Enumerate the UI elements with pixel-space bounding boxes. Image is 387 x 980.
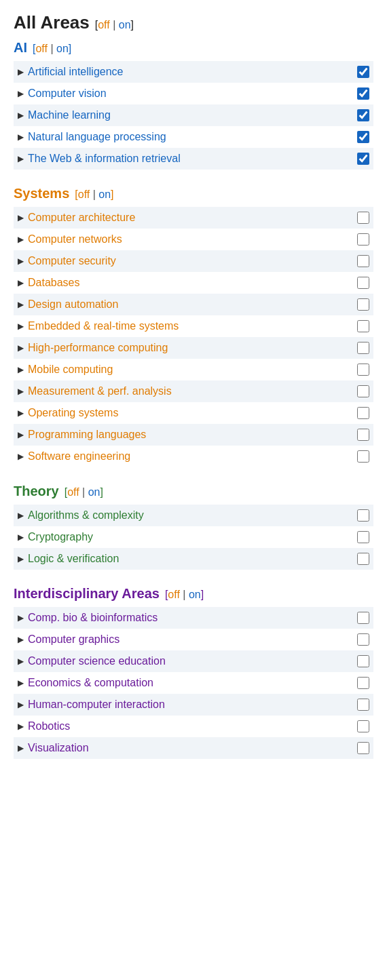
list-item: ▶Economics & computation — [14, 672, 373, 694]
expand-arrow-icon[interactable]: ▶ — [18, 656, 24, 666]
all-areas-toggle-off[interactable]: off — [98, 19, 110, 31]
page-title: All Areas — [14, 12, 90, 33]
expand-arrow-icon[interactable]: ▶ — [18, 235, 24, 244]
expand-arrow-icon[interactable]: ▶ — [18, 678, 24, 688]
item-label-systems-10[interactable]: Programming languages — [28, 429, 146, 441]
item-checkbox-systems-8[interactable] — [357, 385, 369, 397]
expand-arrow-icon[interactable]: ▶ — [18, 213, 24, 222]
section-toggle-on-interdisciplinary[interactable]: on — [189, 589, 201, 600]
item-label-interdisciplinary-4[interactable]: Human-computer interaction — [28, 699, 165, 711]
item-label-systems-11[interactable]: Software engineering — [28, 450, 130, 463]
section-toggle-off-interdisciplinary[interactable]: off — [168, 589, 180, 600]
expand-arrow-icon[interactable]: ▶ — [18, 511, 24, 520]
expand-arrow-icon[interactable]: ▶ — [18, 613, 24, 623]
expand-arrow-icon[interactable]: ▶ — [18, 635, 24, 644]
section-label-systems: Systems — [14, 186, 69, 201]
item-checkbox-interdisciplinary-5[interactable] — [357, 720, 369, 732]
section-toggle-off-systems[interactable]: off — [78, 189, 90, 200]
item-label-systems-9[interactable]: Operating systems — [28, 407, 118, 419]
item-label-systems-8[interactable]: Measurement & perf. analysis — [28, 385, 172, 397]
item-checkbox-interdisciplinary-6[interactable] — [357, 742, 369, 754]
expand-arrow-icon[interactable]: ▶ — [18, 343, 24, 353]
item-checkbox-systems-2[interactable] — [357, 255, 369, 267]
expand-arrow-icon[interactable]: ▶ — [18, 387, 24, 396]
expand-arrow-icon[interactable]: ▶ — [18, 67, 24, 77]
item-checkbox-systems-9[interactable] — [357, 407, 369, 419]
expand-arrow-icon[interactable]: ▶ — [18, 256, 24, 266]
item-checkbox-systems-1[interactable] — [357, 233, 369, 246]
list-item: ▶Computer science education — [14, 650, 373, 672]
expand-arrow-icon[interactable]: ▶ — [18, 722, 24, 731]
item-checkbox-systems-6[interactable] — [357, 342, 369, 354]
item-label-ai-2[interactable]: Machine learning — [28, 109, 111, 121]
expand-arrow-icon[interactable]: ▶ — [18, 154, 24, 163]
item-checkbox-systems-10[interactable] — [357, 429, 369, 441]
item-checkbox-interdisciplinary-2[interactable] — [357, 655, 369, 667]
item-label-theory-1[interactable]: Cryptography — [28, 531, 93, 543]
section-toggle-on-systems[interactable]: on — [98, 189, 111, 200]
item-label-interdisciplinary-6[interactable]: Visualization — [28, 742, 89, 754]
item-checkbox-theory-2[interactable] — [357, 553, 369, 565]
expand-arrow-icon[interactable]: ▶ — [18, 89, 24, 98]
item-label-systems-7[interactable]: Mobile computing — [28, 364, 113, 376]
item-label-systems-6[interactable]: High-performance computing — [28, 342, 168, 354]
expand-arrow-icon[interactable]: ▶ — [18, 408, 24, 418]
item-checkbox-systems-3[interactable] — [357, 277, 369, 289]
item-checkbox-theory-0[interactable] — [357, 509, 369, 522]
list-item: ▶Logic & verification — [14, 548, 373, 570]
item-label-interdisciplinary-0[interactable]: Comp. bio & bioinformatics — [28, 612, 158, 624]
item-label-systems-1[interactable]: Computer networks — [28, 233, 122, 246]
item-checkbox-systems-5[interactable] — [357, 320, 369, 332]
item-label-ai-4[interactable]: The Web & information retrieval — [28, 153, 181, 165]
item-label-ai-1[interactable]: Computer vision — [28, 87, 107, 100]
expand-arrow-icon[interactable]: ▶ — [18, 532, 24, 542]
item-checkbox-ai-1[interactable] — [357, 87, 369, 100]
item-checkbox-ai-3[interactable] — [357, 131, 369, 143]
expand-arrow-icon[interactable]: ▶ — [18, 300, 24, 309]
item-checkbox-interdisciplinary-4[interactable] — [357, 699, 369, 711]
item-checkbox-ai-4[interactable] — [357, 153, 369, 165]
section-toggle-on-theory[interactable]: on — [88, 486, 100, 498]
section-toggle-interdisciplinary: [off | on] — [165, 589, 204, 601]
item-checkbox-interdisciplinary-0[interactable] — [357, 612, 369, 624]
item-checkbox-ai-2[interactable] — [357, 109, 369, 121]
item-checkbox-theory-1[interactable] — [357, 531, 369, 543]
expand-arrow-icon[interactable]: ▶ — [18, 430, 24, 439]
item-label-ai-3[interactable]: Natural language processing — [28, 131, 166, 143]
section-toggle-off-theory[interactable]: off — [67, 486, 79, 498]
section-toggle-off-ai[interactable]: off — [35, 43, 48, 54]
expand-arrow-icon[interactable]: ▶ — [18, 278, 24, 288]
item-checkbox-systems-0[interactable] — [357, 212, 369, 224]
item-label-interdisciplinary-3[interactable]: Economics & computation — [28, 677, 153, 689]
list-item: ▶Robotics — [14, 716, 373, 737]
expand-arrow-icon[interactable]: ▶ — [18, 554, 24, 564]
expand-arrow-icon[interactable]: ▶ — [18, 321, 24, 331]
item-checkbox-ai-0[interactable] — [357, 66, 369, 78]
item-label-interdisciplinary-5[interactable]: Robotics — [28, 720, 70, 732]
item-checkbox-interdisciplinary-3[interactable] — [357, 677, 369, 689]
item-label-systems-0[interactable]: Computer architecture — [28, 212, 135, 224]
expand-arrow-icon[interactable]: ▶ — [18, 111, 24, 120]
item-label-systems-5[interactable]: Embedded & real-time systems — [28, 320, 179, 332]
list-item: ▶Cryptography — [14, 526, 373, 548]
expand-arrow-icon[interactable]: ▶ — [18, 365, 24, 374]
item-label-theory-0[interactable]: Algorithms & complexity — [28, 509, 144, 522]
item-label-systems-3[interactable]: Databases — [28, 277, 80, 289]
item-label-theory-2[interactable]: Logic & verification — [28, 553, 119, 565]
item-label-systems-2[interactable]: Computer security — [28, 255, 116, 267]
item-label-interdisciplinary-1[interactable]: Computer graphics — [28, 633, 119, 646]
expand-arrow-icon[interactable]: ▶ — [18, 700, 24, 709]
item-checkbox-systems-7[interactable] — [357, 364, 369, 376]
all-areas-toggle-on[interactable]: on — [119, 19, 131, 31]
item-checkbox-interdisciplinary-1[interactable] — [357, 633, 369, 646]
expand-arrow-icon[interactable]: ▶ — [18, 132, 24, 142]
section-toggle-on-ai[interactable]: on — [56, 43, 69, 54]
item-label-ai-0[interactable]: Artificial intelligence — [28, 66, 124, 78]
item-label-interdisciplinary-2[interactable]: Computer science education — [28, 655, 166, 667]
expand-arrow-icon[interactable]: ▶ — [18, 452, 24, 461]
item-label-systems-4[interactable]: Design automation — [28, 298, 118, 311]
expand-arrow-icon[interactable]: ▶ — [18, 743, 24, 753]
list-item: ▶Embedded & real-time systems — [14, 315, 373, 337]
item-checkbox-systems-11[interactable] — [357, 450, 369, 463]
item-checkbox-systems-4[interactable] — [357, 298, 369, 311]
